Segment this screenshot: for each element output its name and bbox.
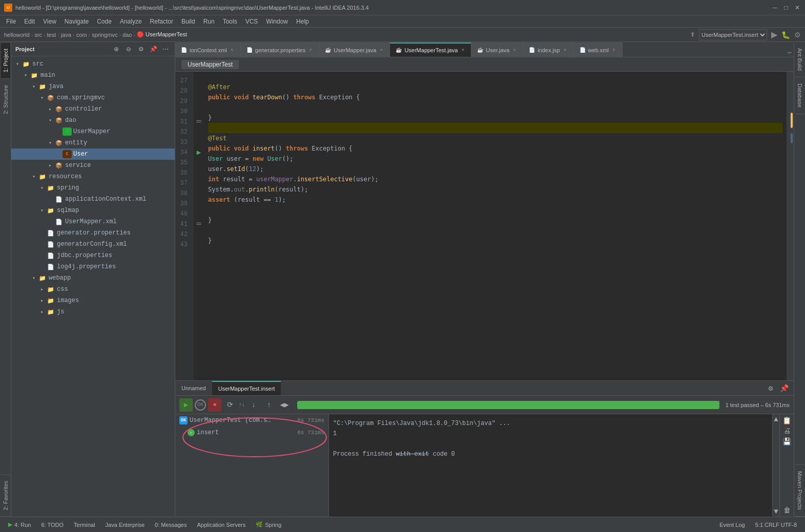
fold-icon-31[interactable] <box>196 119 202 125</box>
menu-help[interactable]: Help <box>292 17 313 26</box>
menu-code[interactable]: Code <box>93 17 116 26</box>
tree-js[interactable]: ▸ 📁 js <box>11 306 175 317</box>
tree-user[interactable]: C User <box>11 148 175 160</box>
tab-user-java[interactable]: ☕ User.java × <box>471 42 523 57</box>
panel-btn-collapse[interactable]: ⊖ <box>123 44 134 54</box>
maximize-button[interactable]: □ <box>782 4 790 11</box>
tab-generator-props-close[interactable]: × <box>307 47 314 53</box>
panel-btn-pin[interactable]: 📌 <box>148 44 158 54</box>
run-stop-button[interactable]: ■ <box>208 398 221 412</box>
sidebar-tab-structure[interactable]: 2: Structure <box>1 78 10 120</box>
breadcrumb-test[interactable]: test <box>47 32 56 38</box>
run-rerun-button[interactable]: ⟳ <box>223 398 237 412</box>
run-config-dropdown[interactable]: UserMapperTest.insert <box>699 29 767 40</box>
run-clear-icon[interactable]: 🗑 <box>783 506 791 515</box>
tree-generator-props[interactable]: 📄 generator.properties <box>11 227 175 239</box>
panel-btn-more[interactable]: ⋯ <box>160 44 171 54</box>
menu-build[interactable]: Build <box>177 17 199 26</box>
scroll-down-icon[interactable]: ▼ <box>774 507 778 516</box>
breadcrumb-java[interactable]: java <box>61 32 71 38</box>
tab-usermapper-java[interactable]: ☕ UserMapper.java × <box>319 42 390 57</box>
breadcrumb-project[interactable]: helloworld <box>4 32 30 38</box>
menu-run[interactable]: Run <box>199 17 219 26</box>
tree-images[interactable]: ▸ 📁 images <box>11 295 175 306</box>
status-java-enterprise[interactable]: Java Enterprise <box>101 522 149 528</box>
tree-usermapper[interactable]: I UserMapper <box>11 126 175 137</box>
code-editor[interactable]: 27 28 29 30 31 32 33 34 35 36 37 38 39 4… <box>175 72 794 380</box>
tab-user-close[interactable]: × <box>511 47 518 53</box>
run-copy-icon[interactable]: 📋 <box>782 416 791 425</box>
close-button[interactable]: ✕ <box>794 4 801 11</box>
run-settings-icon[interactable]: ⚙ <box>765 382 776 394</box>
tree-entity[interactable]: ▾ 📦 entity <box>11 137 175 148</box>
tree-appcontext[interactable]: 📄 applicationContext.xml <box>11 194 175 205</box>
tree-main[interactable]: ▾ 📁 main <box>11 70 175 81</box>
code-content[interactable]: @After public void tearDown() throws Exc… <box>204 72 787 380</box>
run-tab-insert[interactable]: UserMapperTest.insert <box>212 381 281 395</box>
status-todo[interactable]: 6: TODO <box>37 522 68 528</box>
run-prev-next-button[interactable]: ◀▶ <box>278 398 291 412</box>
tab-ioncontext-close[interactable]: × <box>229 47 235 53</box>
run-save-icon[interactable]: 💾 <box>782 437 791 446</box>
tab-usermappertest-close[interactable]: × <box>460 47 466 53</box>
run-config-debug[interactable]: 🐛 <box>781 31 790 39</box>
tab-index-close[interactable]: × <box>562 47 568 53</box>
menu-tools[interactable]: Tools <box>219 17 241 26</box>
breadcrumb-dao[interactable]: dao <box>122 32 132 38</box>
run-config-settings[interactable]: ⚙ <box>794 31 801 39</box>
tree-java[interactable]: ▾ 📁 java <box>11 81 175 92</box>
tree-service[interactable]: ▸ 📦 service <box>11 160 175 171</box>
tab-generator-props[interactable]: 📄 generator.properties × <box>241 42 319 57</box>
breadcrumb-nav-up[interactable]: ⬆ <box>690 31 695 38</box>
run-test-class[interactable]: OK UserMapperTest (com.s… 6s 731ms <box>175 414 328 427</box>
right-tab-database[interactable]: Database <box>795 77 804 114</box>
scroll-up-icon[interactable]: ▲ <box>774 415 778 423</box>
status-event-log[interactable]: Event Log <box>715 522 749 528</box>
panel-btn-settings[interactable]: ⚙ <box>136 44 146 54</box>
tree-generatorconfig[interactable]: 📄 generatorConfig.xml <box>11 239 175 250</box>
run-output-scrollbar[interactable]: ▲ ▼ <box>772 414 779 517</box>
project-tree[interactable]: ▾ 📁 src ▾ 📁 main ▾ 📁 java ▾ 📦 com.spring… <box>11 56 175 517</box>
run-print-icon[interactable]: 🖨 <box>783 427 791 435</box>
tree-dao[interactable]: ▾ 📦 dao <box>11 115 175 126</box>
menu-analyze[interactable]: Analyze <box>116 17 146 26</box>
status-run[interactable]: ▶ 4: Run <box>4 521 35 528</box>
tree-src[interactable]: ▾ 📁 src <box>11 58 175 70</box>
menu-file[interactable]: File <box>2 17 20 26</box>
editor-scrollbar[interactable] <box>787 72 794 380</box>
editor-tabs-more[interactable]: ⋯ <box>788 48 792 57</box>
menu-vcs[interactable]: VCS <box>241 17 262 26</box>
run-test-insert[interactable]: ✓ insert 6s 731ms <box>175 427 328 439</box>
tree-com-springmvc[interactable]: ▾ 📦 com.springmvc <box>11 92 175 103</box>
fold-icon-41[interactable] <box>196 221 202 227</box>
menu-edit[interactable]: Edit <box>20 17 39 26</box>
menu-view[interactable]: View <box>39 17 60 26</box>
menu-window[interactable]: Window <box>262 17 292 26</box>
run-config-run[interactable]: ▶ <box>771 30 777 39</box>
run-down-button[interactable]: ↓ <box>247 398 260 412</box>
tab-web-xml[interactable]: 📄 web.xml × <box>574 42 623 57</box>
tab-ioncontext[interactable]: 📄 ionContext.xml × <box>175 42 241 57</box>
tab-web-close[interactable]: × <box>611 47 617 53</box>
panel-btn-expand[interactable]: ⊕ <box>111 44 121 54</box>
tree-log4j-props[interactable]: 📄 log4j.properties <box>11 261 175 272</box>
run-sort-button[interactable]: ↑↓ <box>239 402 245 408</box>
menu-refactor[interactable]: Refactor <box>146 17 177 26</box>
breadcrumb-file[interactable]: 🔴UserMapperTest <box>137 31 187 38</box>
tree-resources[interactable]: ▾ 📁 resources <box>11 171 175 182</box>
right-tab-antbuild[interactable]: Ant Build <box>795 42 804 77</box>
tree-webapp[interactable]: ▾ 📁 webapp <box>11 272 175 284</box>
tab-usermapper-close[interactable]: × <box>378 47 384 53</box>
run-pin-icon[interactable]: 📌 <box>778 382 790 394</box>
minimize-button[interactable]: ─ <box>771 4 778 11</box>
status-app-servers[interactable]: Application Servers <box>193 522 250 528</box>
tab-index-jsp[interactable]: 📄 index.jsp × <box>523 42 573 57</box>
tree-css[interactable]: ▸ 📁 css <box>11 284 175 295</box>
run-play-button[interactable]: ▶ <box>179 398 193 412</box>
breadcrumb-src[interactable]: src <box>34 32 42 38</box>
tree-sqlmap[interactable]: ▾ 📁 sqlmap <box>11 205 175 216</box>
run-tab-unnamed[interactable]: Unnamed <box>175 381 212 395</box>
status-spring[interactable]: 🌿 Spring <box>252 521 285 528</box>
tab-usermappertest-java[interactable]: ☕ UserMapperTest.java × <box>390 42 471 57</box>
tree-spring[interactable]: ▾ 📁 spring <box>11 182 175 194</box>
